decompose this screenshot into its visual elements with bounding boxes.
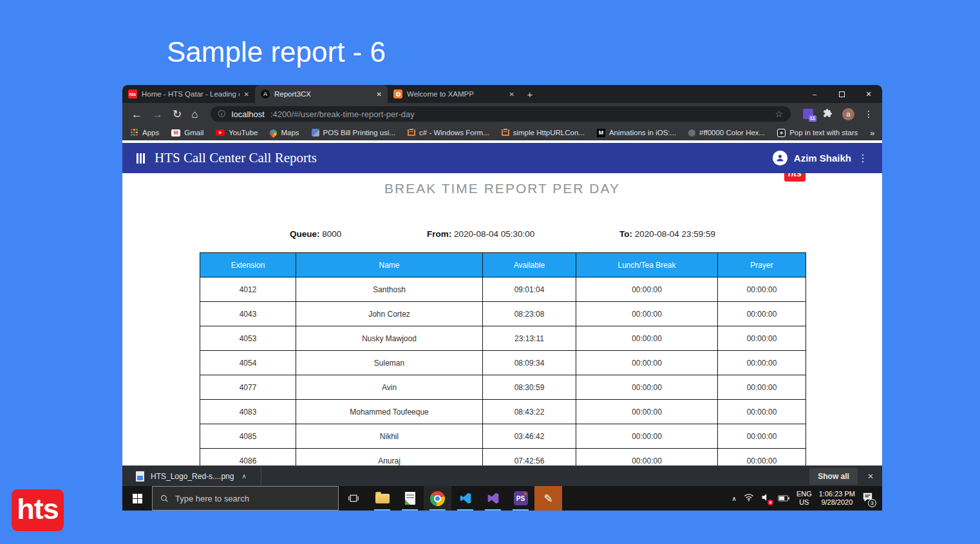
table-row: 4077 Avin 08:30:59 00:00:00 00:00:00 [200,375,806,400]
minimize-button[interactable] [801,85,828,103]
table-row: 4043 John Cortez 08:23:08 00:00:00 00:00… [200,302,806,326]
from-param: From: 2020-08-04 05:30:00 [427,229,534,239]
reload-icon[interactable] [173,109,182,120]
cell-prayer: 00:00:00 [718,302,806,326]
profile-avatar[interactable]: a [842,108,854,120]
address-bar[interactable]: localhost :4200/#/user/break-time-report… [211,106,791,122]
show-all-button[interactable]: Show all [809,468,858,485]
site-info-icon[interactable] [218,109,226,120]
vscode-icon [459,492,472,505]
user-menu[interactable]: Azim Shaikh [773,151,868,165]
user-menu-kebab-icon[interactable] [858,152,868,164]
bookmarks-overflow-icon[interactable] [870,128,880,138]
break-time-table: Extension Name Available Lunch/Tea Break… [200,252,806,465]
back-icon[interactable] [131,109,142,120]
slide-canvas: Sample report - 6 hts hts Home - HTS Qat… [0,0,980,544]
extension-icon[interactable]: 11 [803,109,813,119]
tab-report3cx[interactable]: A Report3CX [255,85,388,103]
document-icon [405,492,415,505]
hts-brand-logo: hts [12,489,64,531]
cell-prayer: 00:00:00 [718,375,806,400]
menu-icon[interactable] [137,153,145,164]
tab-strip: hts Home - HTS Qatar - Leading dist A Re… [122,85,882,103]
bookmark-pop-text-stars[interactable]: Pop in text with stars [777,129,858,137]
bookmark-httpurlcon[interactable]: simple HttpURLCon... [502,129,585,136]
bookmark-color-hex[interactable]: #ff0000 Color Hex... [688,129,765,136]
bookmark-pos-bill[interactable]: POS Bill Printing usi... [312,129,395,136]
tab-close-icon[interactable] [377,91,382,98]
cell-prayer: 00:00:00 [718,400,806,424]
browser-menu-icon[interactable] [864,109,873,119]
table-row: 4012 Santhosh 09:01:04 00:00:00 00:00:00 [200,277,806,302]
taskbar-clock[interactable]: 1:06:23 PM9/28/2020 [819,490,855,507]
tab-close-icon[interactable] [509,91,514,98]
cell-prayer: 00:00:00 [718,449,806,466]
battery-icon[interactable] [778,492,789,504]
bookmark-apps[interactable]: Apps [131,129,159,136]
report-title: BREAK TIME REPORT PER DAY [122,181,882,196]
tab-close-icon[interactable] [244,91,249,98]
tab-xampp[interactable]: Welcome to XAMPP [388,85,520,103]
close-button[interactable] [855,85,882,103]
extensions-puzzle-icon[interactable] [823,108,833,120]
new-tab-button[interactable] [520,85,540,103]
bookmark-gmail[interactable]: MGmail [171,129,203,136]
home-icon[interactable] [191,109,198,120]
to-param: To: 2020-08-04 23:59:59 [619,229,715,239]
photoshop-icon: PS [514,491,528,505]
forward-icon[interactable] [152,109,163,120]
table-row: 4083 Mohammed Toufeeque 08:43:22 00:00:0… [200,400,806,424]
cell-extension: 4053 [200,326,296,351]
table-row: 4053 Nusky Mawjood 23:13:11 00:00:00 00:… [200,326,806,351]
queue-param: Queue: 8000 [290,229,341,239]
wifi-icon[interactable] [744,492,754,504]
cell-lunch-tea-break: 00:00:00 [576,449,718,466]
language-indicator[interactable]: ENGUS [796,490,812,507]
bookmarks-bar: Apps MGmail YouTube Maps POS Bill Printi… [122,125,882,140]
photoshop-taskbar-icon[interactable]: PS [507,486,534,511]
system-tray: ENGUS 1:06:23 PM9/28/2020 3 [732,490,882,507]
cell-prayer: 00:00:00 [718,424,806,449]
cell-prayer: 00:00:00 [718,326,806,351]
tab-home-hts-qatar[interactable]: hts Home - HTS Qatar - Leading dist [122,85,255,103]
action-center-icon[interactable]: 3 [862,492,873,505]
start-button[interactable] [122,486,152,511]
table-row: 4086 Anuraj 07:42:56 00:00:00 00:00:00 [200,449,806,466]
cell-available: 23:13:11 [483,326,576,351]
bookmark-csharp-forms[interactable]: c# - Windows Form... [408,129,489,136]
slide-title: Sample report - 6 [167,36,386,68]
cell-extension: 4012 [200,277,296,302]
bookmark-animations-ios[interactable]: MAnimations in iOS:... [597,129,676,137]
cell-prayer: 00:00:00 [718,277,806,302]
cell-extension: 4043 [200,302,296,326]
bookmark-maps[interactable]: Maps [270,129,299,136]
chrome-taskbar-icon[interactable] [424,486,451,511]
hidden-icons-chevron[interactable] [732,495,737,502]
bookmark-youtube[interactable]: YouTube [216,129,258,136]
volume-muted-icon[interactable] [761,492,771,504]
download-chevron-icon[interactable] [241,473,246,480]
bookmark-star-icon[interactable] [775,109,783,119]
restore-button[interactable] [828,85,855,103]
table-row: 4085 Nikhil 03:46:42 00:00:00 00:00:00 [200,424,806,449]
report-page: hts BREAK TIME REPORT PER DAY Queue: 800… [122,173,882,465]
visual-studio-taskbar-icon[interactable] [479,486,507,511]
taskbar-search-input[interactable]: Type here to search [152,486,339,511]
cell-name: Avin [296,375,483,400]
xampp-favicon [393,89,402,98]
youtube-icon [216,129,225,136]
user-name: Azim Shaikh [794,153,851,164]
report3cx-favicon: A [261,89,270,98]
download-bar-close-icon[interactable] [867,472,874,481]
download-filename[interactable]: HTS_Logo_Red-s....png [151,472,234,481]
pen-icon [543,492,552,505]
col-lunch-tea-break: Lunch/Tea Break [576,253,718,277]
notes-app-taskbar-icon[interactable] [396,486,424,511]
cell-prayer: 00:00:00 [718,351,806,375]
vscode-taskbar-icon[interactable] [451,486,479,511]
file-explorer-taskbar-icon[interactable] [368,486,396,511]
task-view-button[interactable] [339,486,368,511]
report-table-body: 4012 Santhosh 09:01:04 00:00:00 00:00:00… [200,277,806,466]
active-app-taskbar-icon[interactable] [534,486,562,511]
cell-extension: 4085 [200,424,296,449]
